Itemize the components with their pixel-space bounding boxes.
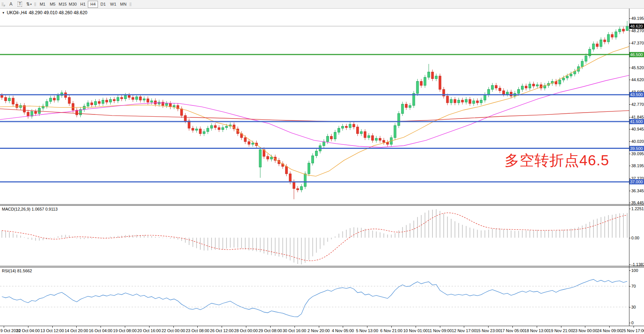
time-axis[interactable]: 9 Oct 202012 Oct 04:0013 Oct 12:0014 Oct… [0, 326, 644, 334]
current-price-badge: 48.620 [629, 24, 644, 29]
text-tool-button[interactable]: T [16, 1, 24, 8]
ohlc-values: 48.290 49.010 48.260 48.620 [29, 10, 87, 15]
time-axis-label: 19 Nov 21:00 [549, 328, 573, 333]
rsi-name: RSI(14) [2, 269, 16, 273]
toolbar-grip-icon[interactable]: ⣿ [34, 3, 37, 6]
time-tick [28, 326, 28, 328]
price-axis[interactable]: 49.19548.27047.37045.52044.62043.69542.7… [629, 9, 644, 204]
time-tick [391, 326, 392, 328]
time-axis-label: 24 Nov 09:00 [597, 328, 621, 333]
time-tick [367, 326, 367, 328]
time-tick [512, 326, 513, 328]
timeframe-button-m15[interactable]: M15 [58, 1, 68, 8]
time-axis-label: 19 Oct 08:00 [113, 328, 137, 333]
time-tick [585, 326, 585, 328]
timeframe-button-h1[interactable]: H1 [78, 1, 88, 8]
time-axis-label: 22 Oct 00:00 [161, 328, 185, 333]
arrows-tool-button[interactable]: ⇅ ▾ [25, 1, 33, 8]
rsi-axis-label: 100 [631, 268, 638, 273]
macd-panel[interactable]: MACD(12,26,9) 1.0657 0.9113 1.22510.00-1… [0, 206, 644, 266]
time-axis-label: 5 Nov 13:00 [356, 328, 378, 333]
time-axis-label: 13 Oct 12:00 [40, 328, 64, 333]
symbol-timeframe-label: UKOil-,H4 [7, 10, 27, 15]
time-axis-label: 10 Nov 01:00 [403, 328, 428, 333]
rsi-axis-label: 70 [631, 284, 636, 288]
time-axis-label: 28 Oct 00:00 [234, 328, 258, 333]
time-axis-label: 15 Nov 23:00 [476, 328, 500, 333]
text-tool-label: T [18, 1, 22, 7]
chevron-down-icon[interactable]: ▾ [30, 3, 32, 6]
time-tick [197, 326, 198, 328]
rsi-panel[interactable]: RSI(14) 81.5662 10070300 [0, 267, 644, 326]
time-tick [76, 326, 77, 328]
rsi-axis[interactable]: 10070300 [629, 267, 644, 326]
rsi-axis-label: 0 [631, 321, 634, 325]
price-level-badge: 39.500 [629, 146, 644, 151]
time-axis-label: 25 Nov 17:00 [621, 328, 644, 333]
main-chart-panel[interactable]: ▼ UKOil-,H4 48.290 49.010 48.260 48.620 … [0, 9, 644, 204]
toolbar-grip-icon[interactable]: ⣿ [129, 3, 132, 6]
time-tick [52, 326, 53, 328]
time-tick [343, 326, 343, 328]
time-tick [319, 326, 319, 328]
time-tick [537, 326, 537, 328]
symbol-dropdown-icon[interactable]: ▼ [2, 11, 5, 15]
time-axis-label: 29 Oct 08:00 [258, 328, 282, 333]
time-axis-label: 2 Nov 20:00 [308, 328, 330, 333]
timeframe-button-m30[interactable]: M30 [68, 1, 78, 8]
time-tick [561, 326, 561, 328]
time-axis-label: 26 Oct 12:00 [210, 328, 234, 333]
price-axis-label: 45.520 [631, 65, 644, 70]
time-axis-label: 16 Oct 04:00 [89, 328, 113, 333]
time-tick [416, 326, 416, 328]
time-tick [634, 326, 634, 328]
price-level-badge: 37.000 [629, 179, 644, 184]
annotate-tool-label: A [9, 1, 12, 7]
time-axis-label: 30 Oct 16:00 [283, 328, 306, 333]
toolbar-separator: ⣿ [34, 1, 37, 7]
toolbar-separator: ⣿ [129, 1, 132, 7]
time-axis-label: 12 Oct 04:00 [16, 328, 40, 333]
macd-canvas[interactable] [0, 206, 629, 266]
time-axis-label: 11 Nov 09:00 [428, 328, 452, 333]
macd-axis[interactable]: 1.22510.00-1.1383 [629, 206, 644, 266]
timeframe-button-d1[interactable]: D1 [98, 1, 108, 8]
time-tick [149, 326, 150, 328]
chart-annotation-text: 多空转折点46.5 [505, 150, 609, 171]
time-axis-label: 12 Nov 17:00 [452, 328, 476, 333]
time-axis-label: 17 Nov 05:00 [500, 328, 524, 333]
price-level-badge: 43.500 [629, 92, 644, 97]
axis-divider [629, 9, 629, 326]
macd-axis-label: 0.00 [631, 236, 639, 240]
price-axis-label: 38.195 [631, 163, 644, 168]
time-tick [246, 326, 246, 328]
time-tick [464, 326, 464, 328]
time-tick [440, 326, 440, 328]
timeframe-toolbar: M1M5M15M30H1H4D1W1MN [37, 1, 128, 8]
price-level-badge: 41.500 [629, 119, 644, 124]
time-tick [4, 326, 4, 328]
slow-ma-line [0, 109, 629, 122]
time-tick [125, 326, 125, 328]
price-chart-canvas[interactable] [0, 9, 629, 204]
timeframe-button-mn[interactable]: MN [118, 1, 128, 8]
time-axis-label: 23 Oct 08:00 [186, 328, 209, 333]
time-tick [609, 326, 610, 328]
price-axis-label: 36.345 [631, 189, 644, 193]
timeframe-button-w1[interactable]: W1 [108, 1, 118, 8]
timeframe-button-h4[interactable]: H4 [88, 1, 98, 8]
macd-name: MACD(12,26,9) [2, 207, 30, 211]
arrows-icon: ⇅ [26, 1, 30, 7]
time-axis-label: 14 Oct 20:00 [65, 328, 88, 333]
toolbar-handle-label: F [4, 4, 5, 7]
timeframe-button-m5[interactable]: M5 [47, 1, 58, 8]
time-tick [101, 326, 101, 328]
annotate-tool-button[interactable]: A [7, 1, 15, 8]
macd-values: 1.0657 0.9113 [31, 207, 58, 211]
time-axis-label: 4 Nov 05:00 [332, 328, 354, 333]
time-axis-label: 20 Oct 16:00 [137, 328, 161, 333]
timeframe-button-m1[interactable]: M1 [37, 1, 47, 8]
macd-axis-label: 1.2251 [631, 206, 644, 211]
rsi-canvas[interactable] [0, 267, 629, 326]
time-tick [173, 326, 174, 328]
